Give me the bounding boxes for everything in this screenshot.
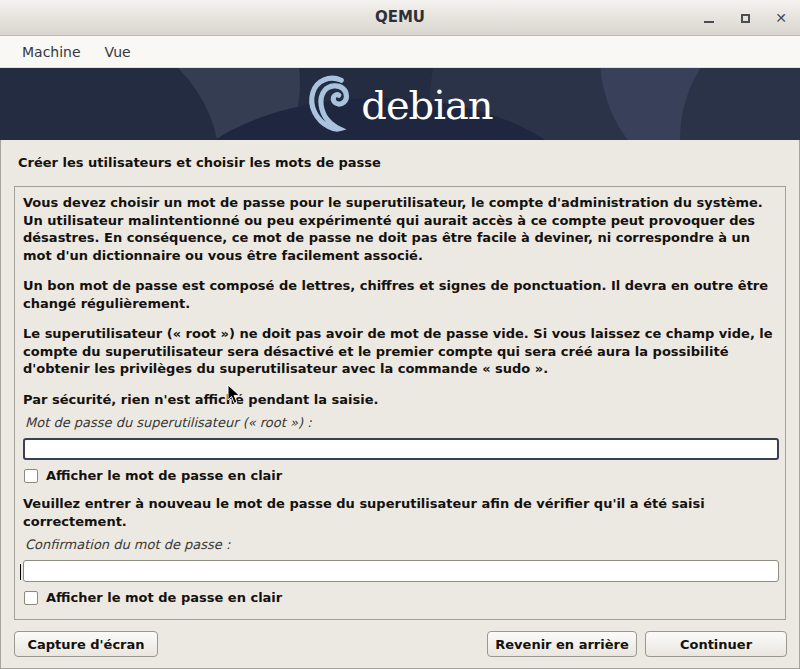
debian-banner: debian [0, 68, 800, 140]
maximize-button[interactable] [734, 7, 756, 29]
confirm-intro-paragraph: Veuillez entrer à nouveau le mot de pass… [23, 495, 777, 530]
minimize-icon [704, 21, 714, 23]
question-box: Vous devez choisir un mot de passe pour … [14, 186, 786, 620]
debian-logo: debian [0, 68, 800, 140]
show-password-label-2: Afficher le mot de passe en clair [46, 590, 282, 605]
show-password-row-2[interactable]: Afficher le mot de passe en clair [24, 590, 777, 605]
menubar: Machine Vue [0, 36, 800, 68]
window-controls: ✕ [698, 0, 792, 36]
root-password-input[interactable] [23, 438, 779, 460]
show-password-checkbox-1[interactable] [24, 469, 38, 483]
continue-button[interactable]: Continuer [645, 631, 787, 657]
screenshot-button[interactable]: Capture d'écran [14, 631, 158, 657]
mouse-cursor-icon [227, 384, 241, 405]
maximize-icon [741, 14, 750, 23]
page-title: Créer les utilisateurs et choisir les mo… [18, 155, 381, 170]
debian-wordmark: debian [361, 82, 492, 128]
menu-vue[interactable]: Vue [95, 40, 141, 64]
titlebar[interactable]: QEMU ✕ [0, 0, 800, 36]
qemu-window: { "window": { "title": "QEMU" }, "menu":… [0, 0, 800, 669]
close-icon: ✕ [775, 11, 787, 25]
root-password-label: Mot de passe du superutilisateur (« root… [25, 415, 777, 431]
debian-swirl-icon [307, 73, 359, 135]
root-empty-paragraph: Le superutilisateur (« root ») ne doit p… [23, 325, 777, 378]
minimize-button[interactable] [698, 7, 720, 29]
go-back-button[interactable]: Revenir en arrière [487, 631, 637, 657]
show-password-row-1[interactable]: Afficher le mot de passe en clair [24, 468, 777, 483]
show-password-checkbox-2[interactable] [24, 591, 38, 605]
installer-content: Créer les utilisateurs et choisir les mo… [0, 140, 800, 669]
text-caret [20, 564, 21, 580]
show-password-label-1: Afficher le mot de passe en clair [46, 468, 282, 483]
security-note: Par sécurité, rien n'est affiché pendant… [23, 391, 777, 409]
close-button[interactable]: ✕ [770, 7, 792, 29]
good-password-paragraph: Un bon mot de passe est composé de lettr… [23, 277, 777, 312]
confirm-password-label: Confirmation du mot de passe : [25, 537, 777, 553]
intro-paragraph: Vous devez choisir un mot de passe pour … [23, 194, 777, 264]
confirm-password-input[interactable] [23, 560, 779, 582]
window-title: QEMU [0, 8, 800, 26]
menu-machine[interactable]: Machine [12, 40, 91, 64]
